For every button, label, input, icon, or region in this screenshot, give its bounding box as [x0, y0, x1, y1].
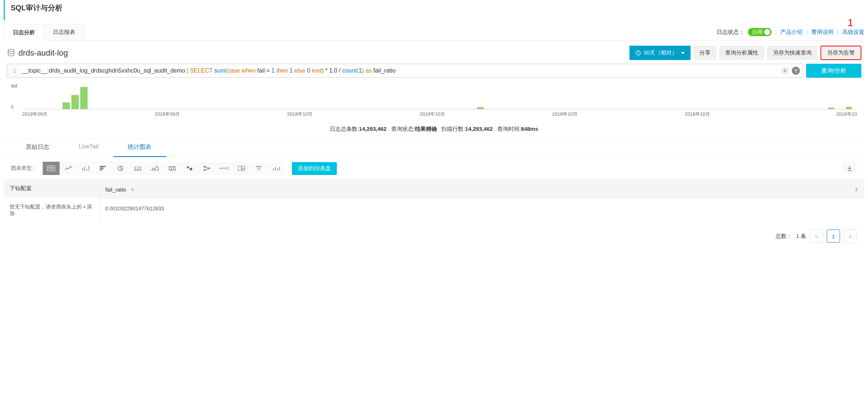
chart-type-row: 图表类型： 123 word云 添加到仪表盘 [4, 157, 864, 179]
annotation-1: 1 [847, 17, 853, 29]
total-label: 总数： [776, 233, 792, 240]
svg-rect-15 [242, 169, 245, 171]
x-tick: 2018年10月 [420, 111, 552, 118]
tab-livetail[interactable]: LiveTail [64, 138, 113, 157]
histogram-bar[interactable] [80, 87, 88, 109]
chart-type-heatmap-icon[interactable] [181, 162, 198, 175]
query-input[interactable]: 1 __topic__:drds_audit_log_drdscghdn5xxh… [7, 64, 803, 78]
cost-desc-link[interactable]: 费用说明 [811, 29, 833, 36]
result-tabs: 原始日志 LiveTail 统计图表 [4, 138, 864, 157]
share-button[interactable]: 分享 [694, 46, 716, 60]
page-1-button[interactable]: 1 [827, 229, 840, 243]
result-table: 下钻配置 暂无下钻配置，请使用表头上的＋添加 fail_ratio ＋ ▲▼ 0… [4, 179, 864, 224]
svg-rect-6 [100, 169, 102, 171]
y-min: 0 [11, 104, 17, 109]
page-title: SQL审计与分析 [4, 0, 864, 20]
log-enable-toggle[interactable]: 启用 [748, 28, 772, 36]
chart-type-map-icon[interactable] [164, 162, 181, 175]
chart-type-area-icon[interactable] [147, 162, 163, 175]
query-row: 1 __topic__:drds_audit_log_drdscghdn5xxh… [4, 64, 864, 81]
stats-row: 日志总条数:14,293,462 查询状态:结果精确 扫描行数:14,293,4… [4, 120, 864, 138]
svg-point-2 [784, 70, 786, 72]
tab-stat-chart[interactable]: 统计图表 [113, 138, 166, 157]
database-icon [7, 49, 15, 57]
chart-type-treemap-icon[interactable] [233, 162, 250, 175]
advanced-settings-link[interactable]: 高级设置 [842, 29, 864, 36]
tab-log-analysis[interactable]: 日志分析 [4, 24, 44, 41]
log-status-label: 日志状态： [717, 29, 744, 36]
prev-page-button[interactable]: < [810, 229, 823, 243]
chart-type-wordcloud-icon[interactable]: word云 [216, 162, 233, 175]
svg-rect-13 [238, 166, 241, 171]
tab-log-report[interactable]: 日志报表 [44, 24, 84, 40]
sort-icon[interactable]: ▲▼ [854, 187, 858, 192]
gear-icon[interactable] [781, 67, 789, 75]
x-tick: 2018年09月 [22, 111, 155, 118]
save-alert-button[interactable]: 另存为告警 [821, 46, 861, 60]
chart-type-sankey-icon[interactable] [198, 162, 215, 175]
svg-rect-4 [100, 166, 106, 167]
histogram-bar[interactable] [477, 107, 484, 109]
top-right-bar: 1 日志状态： 启用 | 产品介绍 | 费用说明 | 高级设置 [717, 28, 864, 36]
query-text[interactable]: __topic__:drds_audit_log_drdscghdn5xxhc0… [19, 67, 781, 74]
svg-point-11 [204, 169, 205, 171]
add-to-dashboard-button[interactable]: 添加到仪表盘 [292, 162, 337, 175]
svg-rect-3 [47, 166, 55, 171]
main-tabs: 日志分析 日志报表 1 日志状态： 启用 | 产品介绍 | 费用说明 | 高级设… [4, 24, 864, 41]
x-tick: 2018年10月 [287, 111, 420, 118]
chart-type-gauge-icon[interactable] [268, 162, 285, 175]
add-column-icon[interactable]: ＋ [129, 185, 136, 194]
chart-type-pie-icon[interactable] [112, 162, 129, 175]
log-title: drds-audit-log [7, 48, 68, 58]
clock-icon [635, 50, 641, 56]
x-tick: 2018年10 [817, 111, 857, 118]
download-icon[interactable] [842, 162, 857, 175]
product-intro-link[interactable]: 产品介绍 [780, 29, 802, 36]
help-icon[interactable]: ? [792, 67, 800, 75]
chart-type-label: 图表类型： [11, 165, 37, 172]
column-header[interactable]: fail_ratio ＋ ▲▼ [99, 180, 864, 199]
query-attr-button[interactable]: 查询分析属性 [719, 46, 764, 60]
svg-rect-14 [242, 166, 245, 168]
time-range-button[interactable]: 30天（相对） [629, 46, 691, 60]
histogram-bar[interactable] [63, 102, 70, 109]
x-tick: 2018年10月 [685, 111, 817, 118]
chart-type-hbar-icon[interactable] [95, 162, 112, 175]
svg-point-12 [209, 168, 210, 169]
svg-rect-5 [100, 168, 104, 169]
result-cell: 0.0010322901477612633 [99, 199, 864, 218]
drill-config-empty: 暂无下钻配置，请使用表头上的＋添加 [4, 197, 99, 224]
save-quick-query-button[interactable]: 另存为快速查询 [767, 46, 818, 60]
total-value: 1 条 [796, 233, 806, 240]
next-page-button[interactable]: > [844, 229, 857, 243]
svg-point-10 [204, 166, 205, 168]
pagination: 总数： 1 条 < 1 > [4, 224, 864, 249]
chart-type-number-icon[interactable]: 123 [129, 162, 146, 175]
chevron-down-icon [681, 52, 685, 54]
tab-raw-log[interactable]: 原始日志 [11, 138, 64, 157]
histogram: 8M 0 2018年09月 2018年09月 2018年10月 2018年10月… [4, 81, 864, 120]
chart-type-bar-icon[interactable] [77, 162, 94, 175]
y-max: 8M [11, 84, 17, 89]
svg-point-9 [190, 168, 192, 170]
chart-type-funnel-icon[interactable] [250, 162, 267, 175]
x-tick: 2018年10月 [552, 111, 685, 118]
chart-type-table-icon[interactable] [43, 162, 60, 175]
drill-config-header: 下钻配置 [4, 180, 99, 197]
svg-point-8 [187, 167, 189, 169]
x-tick: 2018年09月 [155, 111, 287, 118]
histogram-bar[interactable] [846, 107, 852, 109]
toolbar: drds-audit-log 30天（相对） 分享 查询分析属性 另存为快速查询… [4, 41, 864, 64]
histogram-bar[interactable] [71, 95, 79, 109]
line-number: 1 [7, 64, 19, 77]
run-query-button[interactable]: 查询/分析 [806, 64, 861, 78]
chart-type-line-icon[interactable] [60, 162, 77, 175]
svg-point-0 [8, 49, 14, 52]
histogram-bar[interactable] [828, 108, 834, 109]
